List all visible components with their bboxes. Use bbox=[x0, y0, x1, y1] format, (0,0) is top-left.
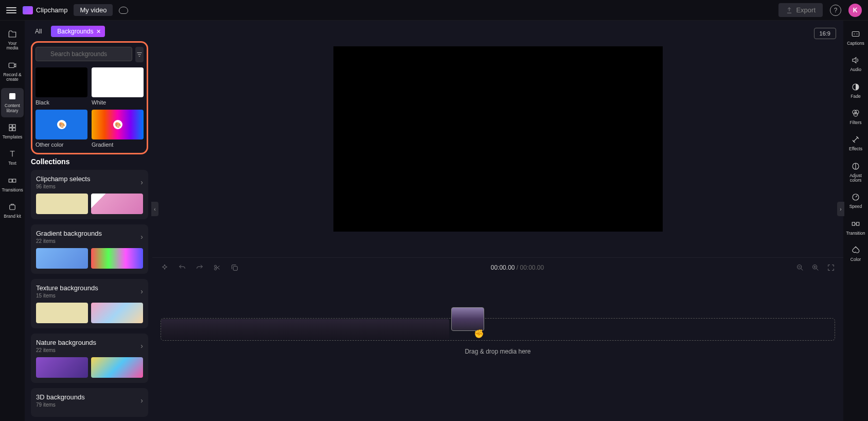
dragging-media-thumb[interactable] bbox=[451, 307, 484, 331]
aspect-ratio-button[interactable]: 16:9 bbox=[814, 28, 836, 39]
collection-count: 96 items bbox=[36, 184, 91, 189]
search-input[interactable] bbox=[36, 47, 132, 61]
chevron-right-icon: › bbox=[140, 178, 143, 186]
svg-rect-3 bbox=[13, 125, 15, 127]
captions-icon bbox=[851, 29, 861, 39]
prop-captions[interactable]: Captions bbox=[844, 26, 867, 50]
collection-thumbs bbox=[36, 248, 143, 269]
drag-cursor-icon: ✊ bbox=[474, 329, 484, 339]
collection-thumbs bbox=[36, 194, 143, 214]
collection-count: 79 items bbox=[36, 402, 85, 408]
record-icon bbox=[7, 60, 17, 71]
palette-icon: 🎨 bbox=[113, 120, 122, 129]
collection-thumbs bbox=[36, 357, 143, 378]
collapse-panel-button[interactable]: ‹ bbox=[151, 202, 158, 216]
undo-button[interactable] bbox=[178, 264, 186, 272]
timeline-track[interactable]: ✊ bbox=[161, 318, 835, 341]
prop-transition[interactable]: Transition bbox=[844, 216, 867, 240]
filters-icon bbox=[851, 108, 861, 118]
svg-rect-4 bbox=[9, 128, 12, 131]
close-icon[interactable]: ✕ bbox=[96, 28, 101, 35]
collection-card[interactable]: Clipchamp selects 96 items › bbox=[31, 170, 148, 219]
svg-point-19 bbox=[854, 113, 858, 117]
nav-brand-kit[interactable]: Brand kit bbox=[1, 199, 24, 223]
preview-zone: 16:9 bbox=[152, 21, 843, 257]
svg-point-18 bbox=[855, 110, 859, 114]
prop-fade[interactable]: Fade bbox=[844, 79, 867, 103]
menu-button[interactable] bbox=[6, 5, 16, 15]
redo-button[interactable] bbox=[196, 264, 204, 272]
filter-button[interactable] bbox=[135, 47, 144, 62]
drop-hint: Drag & drop media here bbox=[161, 348, 835, 355]
nav-record-create[interactable]: Record & create bbox=[1, 57, 24, 86]
collection-title: Nature backgrounds bbox=[36, 339, 96, 346]
collection-title: 3D backgrounds bbox=[36, 393, 85, 401]
svg-point-11 bbox=[215, 268, 217, 270]
svg-rect-6 bbox=[9, 179, 12, 182]
main-area: 16:9 00:00.00 / 00:00.00 ✊ Drag & drop m… bbox=[152, 21, 843, 421]
project-title[interactable]: My video bbox=[74, 4, 113, 16]
svg-rect-5 bbox=[13, 128, 15, 131]
svg-rect-23 bbox=[857, 222, 859, 225]
prop-filters[interactable]: Filters bbox=[844, 105, 867, 129]
swatch-black[interactable]: Black bbox=[36, 67, 87, 106]
user-avatar[interactable]: K bbox=[848, 4, 862, 17]
nav-text[interactable]: Text bbox=[1, 146, 24, 170]
swatch-white[interactable]: White bbox=[92, 67, 144, 106]
preview-canvas[interactable] bbox=[333, 46, 663, 232]
nav-content-library[interactable]: Content library bbox=[1, 88, 24, 117]
svg-rect-2 bbox=[9, 125, 12, 127]
prop-speed[interactable]: Speed bbox=[844, 189, 867, 213]
adjust-icon bbox=[851, 161, 861, 171]
filter-icon bbox=[136, 51, 143, 58]
export-button[interactable]: Export bbox=[778, 3, 823, 17]
logo-icon bbox=[23, 6, 33, 14]
text-icon bbox=[7, 149, 17, 159]
fit-button[interactable] bbox=[827, 264, 835, 272]
highlighted-region: Black White 🎨 Other color 🎨 Gradient bbox=[31, 41, 148, 154]
collection-card[interactable]: Gradient backgrounds 22 items › bbox=[31, 224, 148, 274]
tab-all[interactable]: All bbox=[31, 26, 46, 37]
collection-count: 15 items bbox=[36, 293, 98, 299]
prop-audio[interactable]: Audio bbox=[844, 52, 867, 76]
svg-rect-7 bbox=[13, 179, 16, 182]
collection-card[interactable]: Texture backgrounds 15 items › bbox=[31, 279, 148, 328]
chevron-right-icon: › bbox=[140, 396, 143, 405]
ai-sparkle-icon[interactable] bbox=[161, 264, 169, 272]
nav-transitions[interactable]: Transitions bbox=[1, 172, 24, 197]
timeline[interactable]: ✊ Drag & drop media here bbox=[152, 277, 843, 421]
nav-your-media[interactable]: Your media bbox=[1, 26, 24, 55]
zoom-in-button[interactable] bbox=[811, 264, 820, 272]
content-panel: All Backgrounds ✕ Black White bbox=[25, 21, 152, 421]
help-button[interactable]: ? bbox=[830, 5, 841, 16]
app-logo[interactable]: Clipchamp bbox=[23, 6, 67, 14]
svg-point-10 bbox=[215, 265, 217, 267]
speaker-icon bbox=[851, 55, 861, 65]
prop-adjust-colors[interactable]: Adjust colors bbox=[844, 158, 867, 187]
cloud-sync-icon[interactable] bbox=[119, 7, 128, 14]
split-button[interactable] bbox=[213, 264, 221, 272]
zoom-out-button[interactable] bbox=[796, 264, 804, 272]
prop-color[interactable]: Color bbox=[844, 242, 867, 266]
swatch-gradient[interactable]: 🎨 Gradient bbox=[92, 110, 144, 148]
svg-rect-8 bbox=[10, 205, 15, 209]
templates-icon bbox=[7, 122, 17, 133]
collection-title: Clipchamp selects bbox=[36, 175, 91, 183]
prop-effects[interactable]: Effects bbox=[844, 131, 867, 155]
brand-kit-icon bbox=[7, 202, 17, 212]
top-bar: Clipchamp My video Export ? K bbox=[0, 0, 868, 21]
transitions-icon bbox=[7, 176, 17, 186]
svg-rect-15 bbox=[852, 32, 859, 37]
folder-icon bbox=[7, 29, 17, 39]
collection-card[interactable]: 3D backgrounds 79 items › bbox=[31, 388, 148, 417]
copy-button[interactable] bbox=[231, 264, 239, 272]
swatch-other-color[interactable]: 🎨 Other color bbox=[36, 110, 87, 148]
chevron-right-icon: › bbox=[140, 287, 143, 295]
tab-backgrounds[interactable]: Backgrounds ✕ bbox=[51, 26, 105, 37]
collapse-right-button[interactable]: › bbox=[837, 202, 844, 216]
timecode: 00:00.00 / 00:00.00 bbox=[491, 264, 544, 271]
nav-templates[interactable]: Templates bbox=[1, 119, 24, 144]
collection-card[interactable]: Nature backgrounds 22 items › bbox=[31, 334, 148, 383]
svg-rect-0 bbox=[9, 63, 14, 67]
collection-title: Gradient backgrounds bbox=[36, 230, 102, 237]
